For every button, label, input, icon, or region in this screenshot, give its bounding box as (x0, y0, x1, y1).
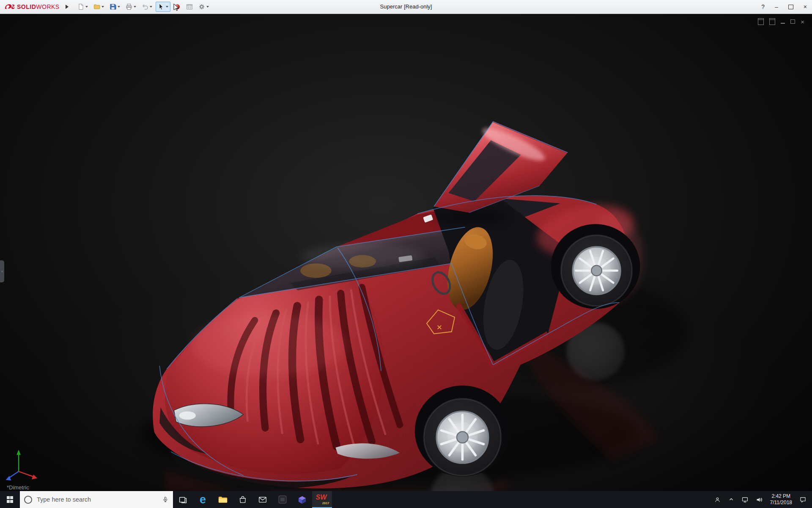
dropdown-caret-icon (134, 6, 136, 8)
solidworks-taskbar-button[interactable]: SW 2017 (312, 491, 332, 508)
print-icon (126, 3, 132, 10)
new-window-icon[interactable] (758, 18, 764, 25)
people-icon (714, 496, 721, 503)
table-grid-icon (186, 3, 193, 10)
feature-manager-collapsed-tab[interactable]: ‹ (0, 260, 4, 282)
file-explorer-icon (218, 494, 228, 505)
undo-icon (142, 3, 148, 10)
task-view-button[interactable] (173, 491, 193, 508)
minimize-button[interactable]: – (775, 4, 778, 10)
search-input[interactable] (36, 496, 158, 503)
new-document-button[interactable] (75, 2, 90, 12)
pinned-app-button[interactable] (272, 491, 292, 508)
save-icon (110, 3, 116, 10)
file-explorer-button[interactable] (213, 491, 233, 508)
supercar-3d-render (0, 14, 812, 491)
view-orientation-label: *Dimetric (7, 484, 29, 491)
brand-bold: SOLID (17, 3, 36, 10)
3d-viewport[interactable]: × ‹ *Dimetric (0, 14, 812, 491)
open-button[interactable] (91, 2, 106, 12)
start-button[interactable] (0, 491, 20, 508)
cortana-ring-icon (24, 496, 32, 504)
tray-date: 7/11/2018 (770, 500, 793, 506)
system-tray: 2:42 PM 7/11/2018 (712, 491, 812, 508)
hidden-icons-chevron-icon (728, 497, 734, 502)
solidworks-logo: SOLIDWORKS (4, 3, 60, 10)
appearance-sphere-icon (174, 3, 181, 10)
titlebar: SOLIDWORKS (0, 0, 812, 14)
solidworks-2017-icon: SW 2017 (315, 494, 329, 505)
orientation-triad-icon[interactable] (5, 450, 37, 480)
new-document-icon (77, 3, 84, 10)
mail-icon (258, 495, 267, 504)
dropdown-caret-icon (206, 6, 209, 8)
mail-button[interactable] (252, 491, 272, 508)
taskbar-clock[interactable]: 2:42 PM 7/11/2018 (768, 491, 795, 508)
child-close-button[interactable]: × (801, 19, 804, 25)
windows-logo-icon (7, 496, 14, 503)
taskbar: e SW 2017 (0, 491, 812, 508)
document-title: Supercar [Read-only] (380, 0, 432, 14)
people-button[interactable] (712, 491, 723, 508)
edge-browser-button[interactable]: e (193, 491, 213, 508)
dropdown-caret-icon (166, 6, 168, 8)
store-icon (238, 495, 247, 504)
document-window-controls: × (758, 18, 804, 25)
dropdown-caret-icon (102, 6, 104, 8)
hidden-icons-button[interactable] (726, 491, 736, 508)
volume-icon (756, 496, 763, 503)
cascade-windows-icon[interactable] (769, 18, 775, 25)
store-button[interactable] (233, 491, 252, 508)
maximize-button[interactable] (788, 5, 793, 9)
action-center-button[interactable] (797, 491, 809, 508)
close-button[interactable]: × (804, 4, 807, 10)
dropdown-caret-icon (150, 6, 152, 8)
microphone-icon[interactable] (162, 496, 169, 503)
design-table-button[interactable] (184, 2, 195, 12)
cube-app-button[interactable] (292, 491, 312, 508)
open-folder-icon (93, 3, 100, 10)
menu-expand-arrow[interactable] (66, 5, 69, 9)
network-button[interactable] (739, 491, 751, 508)
edge-icon: e (200, 494, 206, 505)
brand-light: WORKS (36, 3, 59, 10)
child-minimize-button[interactable] (781, 19, 785, 24)
volume-button[interactable] (754, 491, 765, 508)
options-button[interactable] (196, 2, 211, 12)
dropdown-caret-icon (118, 6, 120, 8)
undo-button[interactable] (140, 2, 154, 12)
brand-text: SOLIDWORKS (17, 3, 60, 10)
child-restore-button[interactable] (790, 19, 795, 24)
save-button[interactable] (107, 2, 122, 12)
task-view-icon (178, 495, 187, 504)
select-tool-button[interactable] (156, 2, 170, 12)
quick-access-toolbar (75, 2, 211, 12)
ds-logo-icon (4, 3, 15, 10)
help-button[interactable]: ? (761, 4, 765, 10)
select-cursor-icon (158, 3, 165, 10)
tray-time: 2:42 PM (770, 493, 793, 500)
settings-gear-icon (198, 3, 205, 10)
appearance-button[interactable] (172, 2, 183, 12)
dropdown-caret-icon (85, 6, 88, 8)
pinned-app-icon (277, 494, 288, 505)
network-icon (741, 496, 749, 503)
action-center-icon (799, 496, 807, 503)
print-button[interactable] (123, 2, 138, 12)
3d-cube-app-icon (297, 495, 307, 505)
window-controls: ? – × (761, 0, 807, 14)
screen: SOLIDWORKS (0, 0, 812, 508)
taskbar-search[interactable] (20, 491, 173, 508)
